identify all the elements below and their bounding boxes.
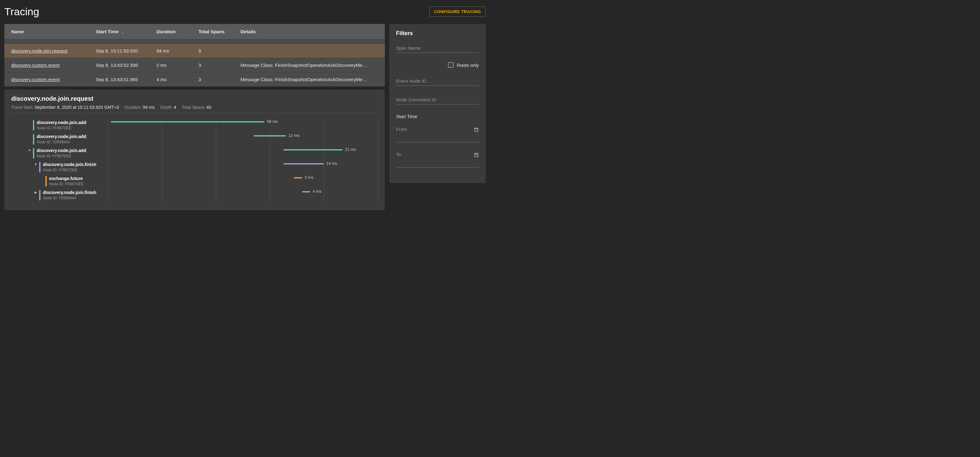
trace-total-spans-label: Total Spans bbox=[182, 105, 204, 110]
col-header-details[interactable]: Details bbox=[240, 29, 378, 34]
expand-toggle-icon[interactable]: ▼ bbox=[27, 148, 32, 152]
roots-only-label: Roots only bbox=[457, 62, 479, 68]
node-consistent-id-input[interactable] bbox=[396, 95, 479, 105]
cell-duration: 94 ms bbox=[156, 48, 199, 54]
span-bar[interactable] bbox=[283, 149, 343, 151]
span-node-id: Node ID: 7D59454A bbox=[37, 140, 86, 144]
span-tree-row[interactable]: ▶discovery.node.join.finishNode ID: 7D59… bbox=[11, 189, 108, 203]
span-name: discovery.node.join.finish bbox=[43, 190, 97, 195]
span-duration-label: 14 ms bbox=[326, 161, 337, 166]
to-date-input[interactable] bbox=[396, 158, 479, 168]
trace-duration-value: 94 ms bbox=[143, 105, 154, 110]
trace-title: discovery.node.join.request bbox=[11, 95, 378, 102]
cell-duration: 2 ms bbox=[156, 62, 199, 68]
span-color-tick bbox=[33, 134, 34, 144]
table-row[interactable]: discovery.custom.eventSep 8, 13:43:52.39… bbox=[4, 58, 385, 72]
span-name: discovery.node.join.add bbox=[37, 148, 86, 153]
expand-toggle-icon[interactable]: ▼ bbox=[33, 162, 38, 166]
expand-toggle-icon[interactable] bbox=[40, 176, 44, 180]
span-tree-row[interactable]: exchange.futureNode ID: FFB67DEE bbox=[11, 175, 108, 189]
span-node-id: Node ID: FFB67DEE bbox=[37, 154, 86, 158]
span-bar[interactable] bbox=[283, 163, 324, 165]
cell-total-spans: 9 bbox=[199, 48, 240, 54]
cell-duration: 4 ms bbox=[156, 77, 199, 82]
cell-start-time: Sep 8, 15:11:53.920 bbox=[96, 48, 156, 54]
trace-total-spans-value: 40 bbox=[206, 105, 211, 110]
cell-start-time: Sep 8, 13:43:51.965 bbox=[96, 77, 156, 82]
filters-title: Filters bbox=[396, 30, 479, 36]
span-duration-label: 58 ms bbox=[267, 119, 278, 124]
filters-panel: Filters Roots only Start Time From bbox=[389, 24, 486, 183]
span-bar-row: 3 ms bbox=[108, 175, 378, 189]
span-node-id: Node ID: FFB67DEE bbox=[37, 126, 86, 130]
span-bar[interactable] bbox=[111, 121, 264, 122]
span-node-id: Node ID: FFB67DEE bbox=[43, 168, 97, 172]
col-header-name[interactable]: Name bbox=[11, 29, 96, 34]
span-color-tick bbox=[45, 176, 47, 187]
span-tree-row[interactable]: discovery.node.join.addNode ID: 7D59454A bbox=[11, 133, 108, 148]
table-row[interactable] bbox=[4, 39, 385, 43]
span-tree-row[interactable]: ▼discovery.node.join.finishNode ID: FFB6… bbox=[11, 161, 108, 175]
span-duration-label: 4 ms bbox=[313, 189, 321, 194]
table-header-row: Name Start Time ↓ Duration Total Spans D… bbox=[4, 24, 385, 39]
trace-depth-value: 4 bbox=[173, 105, 176, 110]
col-header-start-time[interactable]: Start Time ↓ bbox=[96, 29, 156, 34]
traces-table: Name Start Time ↓ Duration Total Spans D… bbox=[4, 24, 385, 86]
span-bar-row: 12 ms bbox=[108, 133, 378, 148]
span-bar[interactable] bbox=[302, 191, 310, 192]
sort-desc-icon: ↓ bbox=[122, 30, 124, 34]
cell-start-time: Sep 8, 13:43:52.399 bbox=[96, 62, 156, 68]
span-tree-row[interactable]: ▼discovery.node.join.addNode ID: FFB67DE… bbox=[11, 148, 108, 161]
span-bar-row: 21 ms bbox=[108, 148, 378, 161]
span-name: discovery.node.join.finish bbox=[43, 162, 97, 167]
cell-details: Message Class: FinishSnapshotOperationAc… bbox=[240, 62, 378, 68]
span-name: discovery.node.join.add bbox=[37, 134, 86, 139]
span-duration-label: 21 ms bbox=[345, 147, 356, 152]
cell-total-spans: 3 bbox=[199, 77, 240, 82]
from-date-label: From bbox=[396, 127, 479, 132]
to-date-label: To bbox=[396, 152, 479, 157]
trace-name-link[interactable]: discovery.custom.event bbox=[11, 77, 60, 82]
trace-duration-label: Duration bbox=[124, 105, 141, 110]
span-color-tick bbox=[39, 190, 40, 200]
col-header-total-spans[interactable]: Total Spans bbox=[199, 29, 240, 34]
page-title: Tracing bbox=[4, 6, 39, 18]
span-name-input[interactable] bbox=[396, 43, 479, 53]
span-color-tick bbox=[33, 120, 34, 130]
col-header-duration[interactable]: Duration bbox=[156, 29, 199, 34]
trace-name-link[interactable]: discovery.custom.event bbox=[11, 62, 60, 68]
trace-detail-panel: discovery.node.join.request Trace StartS… bbox=[4, 89, 385, 210]
span-color-tick bbox=[33, 148, 34, 159]
span-tree-row[interactable]: discovery.node.join.addNode ID: FFB67DEE bbox=[11, 119, 108, 133]
col-header-start-time-label: Start Time bbox=[96, 29, 119, 34]
table-row[interactable]: discovery.node.join.requestSep 8, 15:11:… bbox=[4, 43, 385, 58]
cell-total-spans: 3 bbox=[199, 62, 240, 68]
span-bar-row: 4 ms bbox=[108, 189, 378, 203]
span-node-id: Node ID: FFB67DEE bbox=[49, 182, 84, 186]
span-node-id: Node ID: 7D59454A bbox=[43, 196, 97, 200]
span-bar[interactable] bbox=[294, 177, 302, 178]
span-color-tick bbox=[39, 162, 40, 173]
trace-meta: Trace StartSeptember 8, 2020 at 15:11:53… bbox=[11, 105, 378, 113]
span-bar-row: 14 ms bbox=[108, 161, 378, 175]
span-bar-row: 58 ms bbox=[108, 119, 378, 133]
start-time-section-label: Start Time bbox=[396, 114, 479, 119]
span-bar[interactable] bbox=[253, 135, 286, 136]
expand-toggle-icon[interactable] bbox=[27, 134, 32, 138]
roots-only-checkbox[interactable] bbox=[448, 62, 453, 68]
cell-details bbox=[240, 48, 378, 54]
trace-name-link[interactable]: discovery.node.join.request bbox=[11, 48, 68, 54]
expand-toggle-icon[interactable] bbox=[27, 120, 32, 124]
span-duration-label: 12 ms bbox=[288, 133, 299, 138]
table-row[interactable]: discovery.custom.eventSep 8, 13:43:51.96… bbox=[4, 72, 385, 86]
span-name: discovery.node.join.add bbox=[37, 120, 86, 125]
span-name: exchange.future bbox=[49, 176, 84, 181]
span-duration-label: 3 ms bbox=[305, 175, 313, 180]
trace-start-label: Trace Start bbox=[11, 105, 33, 110]
event-node-id-input[interactable] bbox=[396, 76, 479, 86]
expand-toggle-icon[interactable]: ▶ bbox=[33, 190, 38, 194]
trace-depth-label: Depth bbox=[160, 105, 172, 110]
cell-details: Message Class: FinishSnapshotOperationAc… bbox=[240, 77, 378, 82]
from-date-input[interactable] bbox=[396, 133, 479, 143]
configure-tracing-button[interactable]: CONFIGURE TRACING bbox=[430, 6, 486, 17]
